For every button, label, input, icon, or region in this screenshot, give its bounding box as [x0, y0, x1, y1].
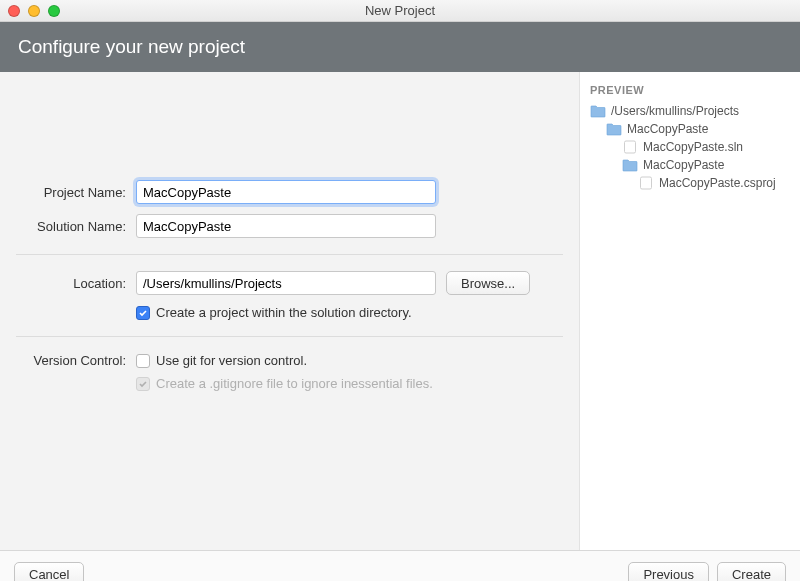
- preview-title: PREVIEW: [590, 84, 790, 96]
- window-title: New Project: [365, 3, 435, 18]
- tree-row: MacCopyPaste: [590, 156, 790, 174]
- checkbox-use-git-label: Use git for version control.: [156, 353, 307, 368]
- checkbox-use-git[interactable]: [136, 354, 150, 368]
- svg-rect-1: [641, 177, 652, 189]
- row-project-name: Project Name:: [16, 180, 563, 204]
- checkbox-create-in-solution-label: Create a project within the solution dir…: [156, 305, 412, 320]
- zoom-icon[interactable]: [48, 5, 60, 17]
- tree-label: MacCopyPaste: [643, 158, 724, 172]
- file-icon: [638, 176, 654, 190]
- create-button[interactable]: Create: [717, 562, 786, 581]
- file-icon: [622, 140, 638, 154]
- preview-pane: PREVIEW /Users/kmullins/ProjectsMacCopyP…: [580, 72, 800, 550]
- browse-button[interactable]: Browse...: [446, 271, 530, 295]
- folder-icon: [606, 122, 622, 136]
- row-version-control: Version Control: Use git for version con…: [16, 353, 563, 399]
- minimize-icon[interactable]: [28, 5, 40, 17]
- tree-row: MacCopyPaste.sln: [590, 138, 790, 156]
- solution-name-input[interactable]: [136, 214, 436, 238]
- preview-tree: /Users/kmullins/ProjectsMacCopyPasteMacC…: [590, 102, 790, 192]
- form-area: Project Name: Solution Name: Location: B…: [0, 72, 580, 550]
- svg-rect-0: [625, 141, 636, 153]
- checkbox-gitignore-label: Create a .gitignore file to ignore iness…: [156, 376, 433, 391]
- label-solution-name: Solution Name:: [16, 219, 136, 234]
- divider: [16, 336, 563, 337]
- row-use-git: Use git for version control.: [136, 353, 563, 368]
- tree-label: /Users/kmullins/Projects: [611, 104, 739, 118]
- tree-label: MacCopyPaste.csproj: [659, 176, 776, 190]
- checkbox-create-in-solution[interactable]: [136, 306, 150, 320]
- cancel-button[interactable]: Cancel: [14, 562, 84, 581]
- tree-label: MacCopyPaste.sln: [643, 140, 743, 154]
- divider: [16, 254, 563, 255]
- tree-label: MacCopyPaste: [627, 122, 708, 136]
- checkbox-gitignore: [136, 377, 150, 391]
- window-controls: [8, 5, 60, 17]
- row-solution-name: Solution Name:: [16, 214, 563, 238]
- page-title: Configure your new project: [18, 36, 245, 57]
- label-version-control: Version Control:: [16, 353, 136, 368]
- tree-row: /Users/kmullins/Projects: [590, 102, 790, 120]
- previous-button[interactable]: Previous: [628, 562, 709, 581]
- titlebar: New Project: [0, 0, 800, 22]
- project-name-input[interactable]: [136, 180, 436, 204]
- row-create-in-solution: Create a project within the solution dir…: [136, 305, 563, 320]
- folder-icon: [622, 158, 638, 172]
- label-project-name: Project Name:: [16, 185, 136, 200]
- footer: Cancel Previous Create: [0, 550, 800, 581]
- folder-icon: [590, 104, 606, 118]
- row-location: Location: Browse...: [16, 271, 563, 295]
- location-input[interactable]: [136, 271, 436, 295]
- tree-row: MacCopyPaste.csproj: [590, 174, 790, 192]
- main-area: Project Name: Solution Name: Location: B…: [0, 72, 800, 550]
- row-gitignore: Create a .gitignore file to ignore iness…: [136, 376, 563, 391]
- page-header: Configure your new project: [0, 22, 800, 72]
- tree-row: MacCopyPaste: [590, 120, 790, 138]
- close-icon[interactable]: [8, 5, 20, 17]
- label-location: Location:: [16, 276, 136, 291]
